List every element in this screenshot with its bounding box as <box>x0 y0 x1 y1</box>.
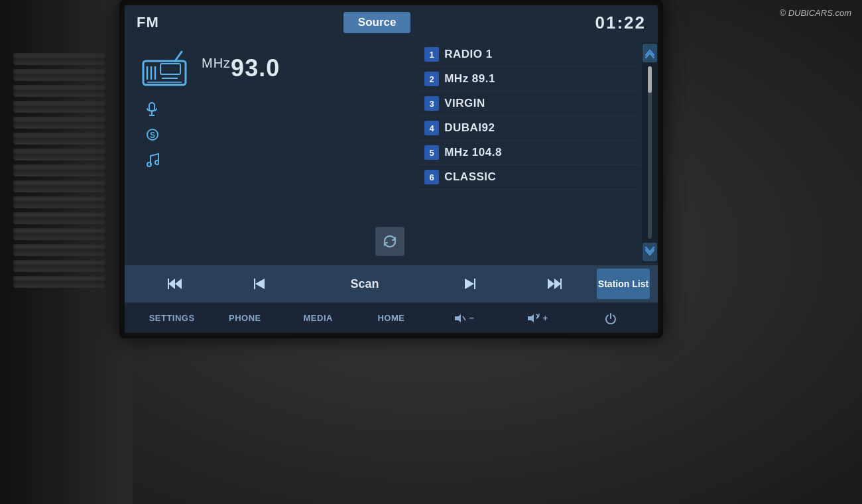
svg-marker-16 <box>175 279 182 289</box>
vent-slat <box>13 276 106 288</box>
vent-slat <box>13 260 106 272</box>
vent-slat <box>13 244 106 256</box>
station-number: 4 <box>424 121 439 135</box>
refresh-button[interactable] <box>375 227 404 256</box>
svg-marker-27 <box>528 314 534 322</box>
media-nav-button[interactable]: MEDIA <box>282 303 355 333</box>
svg-point-14 <box>155 160 159 164</box>
station-item[interactable]: 5MHz 104.8 <box>418 141 639 165</box>
station-name: RADIO 1 <box>444 48 492 61</box>
svg-rect-0 <box>143 61 186 85</box>
station-number: 3 <box>424 96 439 111</box>
top-bar: FM Source 01:22 <box>125 5 658 40</box>
shazam-icon: S <box>146 128 159 145</box>
right-panel: 1RADIO 12MHz 89.13VIRGIN4DUBAI925MHz 104… <box>418 40 658 265</box>
svg-line-26 <box>463 316 465 320</box>
microphone-icon <box>146 102 159 120</box>
svg-marker-18 <box>255 279 265 289</box>
svg-marker-15 <box>168 279 175 289</box>
vent-slat <box>13 212 106 224</box>
vol-up-label: + <box>543 313 548 323</box>
station-number: 1 <box>424 47 439 62</box>
scroll-track <box>648 66 652 239</box>
svg-marker-23 <box>554 279 561 289</box>
bottom-nav: SETTINGS PHONE MEDIA HOME − + <box>125 302 658 333</box>
radio-icon <box>141 49 188 88</box>
svg-rect-17 <box>168 279 169 289</box>
station-item[interactable]: 6CLASSIC <box>418 165 639 190</box>
vent-slat <box>13 133 106 145</box>
vent-slats <box>13 53 106 318</box>
screen-container: FM Source 01:22 <box>119 0 663 338</box>
music-icon <box>146 153 159 170</box>
scan-button[interactable]: Scan <box>302 265 428 302</box>
station-name: CLASSIC <box>444 170 496 184</box>
vent-panel <box>0 0 133 504</box>
station-name: MHz 89.1 <box>444 72 495 86</box>
svg-marker-22 <box>548 279 554 289</box>
left-panel: MHz93.0 <box>125 40 418 265</box>
scrollbar <box>642 42 658 263</box>
side-icons: S <box>146 102 159 170</box>
vent-slat <box>13 196 106 208</box>
power-button[interactable] <box>574 303 647 333</box>
station-item[interactable]: 1RADIO 1 <box>418 42 639 67</box>
vent-slat <box>13 164 106 176</box>
freq-unit: MHz <box>202 56 231 70</box>
source-button[interactable]: Source <box>343 12 411 33</box>
svg-rect-21 <box>474 279 475 289</box>
settings-nav-button[interactable]: SETTINGS <box>135 303 208 333</box>
next-track-button[interactable] <box>513 265 597 302</box>
svg-rect-4 <box>160 64 180 74</box>
vol-down-label: − <box>469 313 474 323</box>
svg-text:S: S <box>150 131 155 140</box>
scroll-up-button[interactable] <box>643 44 657 62</box>
station-number: 2 <box>424 72 439 86</box>
volume-down-button[interactable]: − <box>428 303 501 333</box>
main-content: MHz93.0 <box>125 40 658 265</box>
next-button[interactable] <box>428 265 512 302</box>
infotainment-screen: FM Source 01:22 <box>125 5 658 333</box>
station-list: 1RADIO 12MHz 89.13VIRGIN4DUBAI925MHz 104… <box>418 42 639 263</box>
vent-slat <box>13 228 106 240</box>
svg-rect-24 <box>560 279 562 289</box>
prev-button[interactable] <box>217 265 301 302</box>
svg-rect-19 <box>254 279 255 289</box>
scroll-down-button[interactable] <box>643 243 657 261</box>
station-name: MHz 104.8 <box>444 146 502 159</box>
vent-slat <box>13 85 106 97</box>
vent-slat <box>13 149 106 160</box>
vent-slat <box>13 117 106 129</box>
svg-marker-20 <box>465 279 474 289</box>
station-item[interactable]: 2MHz 89.1 <box>418 67 639 92</box>
transport-bar: Scan Station List <box>125 265 658 302</box>
station-item[interactable]: 3VIRGIN <box>418 92 639 116</box>
svg-line-6 <box>175 52 182 61</box>
prev-track-button[interactable] <box>133 265 217 302</box>
station-item[interactable]: 4DUBAI92 <box>418 116 639 141</box>
frequency-display: MHz93.0 <box>202 54 280 82</box>
car-background: FM Source 01:22 <box>0 0 862 504</box>
vent-slat <box>13 53 106 65</box>
station-name: VIRGIN <box>444 97 485 110</box>
vent-slat <box>13 180 106 192</box>
vent-slat <box>13 101 106 113</box>
station-number: 6 <box>424 170 439 184</box>
watermark: © DUBICARS.com <box>779 8 851 18</box>
scroll-thumb <box>648 66 652 93</box>
svg-marker-25 <box>455 314 461 322</box>
station-number: 5 <box>424 145 439 160</box>
screen-bezel: FM Source 01:22 <box>119 0 663 338</box>
phone-nav-button[interactable]: PHONE <box>208 303 281 333</box>
home-nav-button[interactable]: HOME <box>355 303 428 333</box>
vent-slat <box>13 69 106 81</box>
refresh-button-area <box>375 227 404 256</box>
volume-up-button[interactable]: + <box>501 303 574 333</box>
fm-label: FM <box>137 14 159 31</box>
station-list-button[interactable]: Station List <box>597 269 650 299</box>
radio-icon-area: MHz93.0 <box>141 49 402 88</box>
clock-display: 01:22 <box>595 13 646 33</box>
station-name: DUBAI92 <box>444 121 495 135</box>
svg-point-13 <box>147 162 151 166</box>
